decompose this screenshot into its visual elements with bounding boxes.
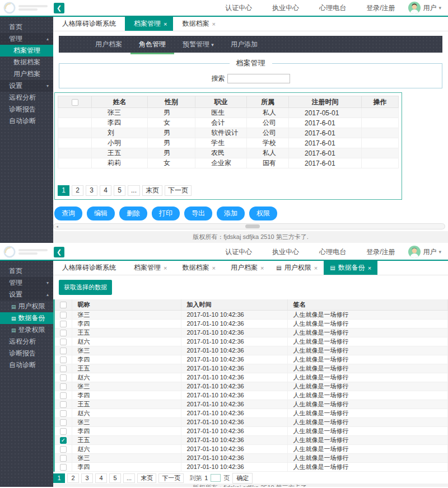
page-button[interactable]: 4 xyxy=(95,473,107,483)
tab[interactable]: 档案管理 × xyxy=(125,17,173,31)
tab[interactable]: 数据档案 × xyxy=(173,261,221,275)
sidebar-item[interactable]: 自动诊断 xyxy=(0,115,53,127)
nav-item-practice-center[interactable]: 执业中心 xyxy=(262,3,309,13)
table-row[interactable]: 王五 2017-01-10 10:42:36 人生就像是一场修行 xyxy=(55,364,448,373)
sidebar-item[interactable]: 档案管理 xyxy=(0,45,53,57)
table-row[interactable]: 张三 男 医生 私人 2017-05-01 xyxy=(58,108,399,118)
sidebar-item[interactable]: 诊断报告 xyxy=(0,104,53,115)
table-row[interactable]: 王五 2017-01-10 10:42:36 人生就像是一场修行 xyxy=(55,400,448,409)
row-checkbox[interactable] xyxy=(60,312,67,318)
action-button[interactable]: 打印 xyxy=(152,207,180,220)
nav-item-auth-center[interactable]: 认证中心 xyxy=(215,247,262,257)
close-icon[interactable]: × xyxy=(314,265,318,271)
table-row[interactable]: 刘 男 软件设计 公司 2017-6-01 xyxy=(58,128,399,138)
toolbar-item[interactable]: 预警管理 ▾ xyxy=(174,36,222,53)
table-row[interactable]: 张三 2017-01-10 10:42:36 人生就像是一场修行 xyxy=(55,382,448,391)
user-menu[interactable]: 用户 ▾ xyxy=(408,246,441,258)
nav-item-psych-radio[interactable]: 心理电台 xyxy=(309,247,356,257)
tab[interactable]: 人格障碍诊断系统 xyxy=(53,261,125,275)
sidebar-item[interactable]: ▤ 登录权限 xyxy=(0,324,53,336)
table-row[interactable]: 李四 2017-01-10 10:42:36 人生就像是一场修行 xyxy=(55,391,448,400)
nav-item-practice-center[interactable]: 执业中心 xyxy=(262,247,309,257)
page-button[interactable]: 末页 xyxy=(137,473,156,483)
close-icon[interactable]: × xyxy=(164,265,167,271)
tab[interactable]: ▤ 用户权限 × xyxy=(270,261,324,275)
row-checkbox[interactable] xyxy=(60,356,67,363)
row-checkbox[interactable] xyxy=(60,464,67,471)
close-icon[interactable]: × xyxy=(212,21,215,27)
sidebar-item[interactable]: 数据档案 xyxy=(0,57,53,68)
toolbar-item[interactable]: 用户添加 xyxy=(222,36,266,53)
nav-item-login-register[interactable]: 登录/注册 xyxy=(356,247,405,257)
table-row[interactable]: 李四 2017-01-10 10:42:36 人生就像是一场修行 xyxy=(55,462,448,471)
sidebar-item[interactable]: 设置 ▾ xyxy=(0,80,53,92)
horizontal-scrollbar[interactable]: ◂ xyxy=(53,223,445,229)
table-row[interactable]: 赵六 2017-01-10 10:42:36 人生就像是一场修行 xyxy=(55,373,448,382)
table-row[interactable]: 张三 2017-01-10 10:42:36 人生就像是一场修行 xyxy=(55,346,448,355)
table-row[interactable]: 张三 2017-01-10 10:42:36 人生就像是一场修行 xyxy=(55,453,448,462)
sidebar-item[interactable]: 诊断报告 xyxy=(0,348,53,359)
row-checkbox[interactable] xyxy=(60,392,67,399)
jump-confirm-button[interactable]: 确定 xyxy=(232,473,253,484)
row-checkbox[interactable] xyxy=(60,428,67,435)
row-checkbox[interactable] xyxy=(60,410,67,417)
user-menu[interactable]: 用户 ▾ xyxy=(408,2,441,14)
back-button[interactable]: ❮ xyxy=(54,3,64,13)
row-checkbox[interactable] xyxy=(60,365,67,372)
tab[interactable]: 数据档案 × xyxy=(173,17,221,31)
row-checkbox[interactable] xyxy=(60,330,67,336)
nav-item-login-register[interactable]: 登录/注册 xyxy=(356,3,405,13)
table-row[interactable]: 李四 女 会计 公司 2017-6-01 xyxy=(58,118,399,128)
scrollbar-thumb[interactable] xyxy=(245,224,260,228)
tab[interactable]: 档案管理 × xyxy=(125,261,173,275)
row-checkbox[interactable] xyxy=(60,437,67,444)
table-row[interactable]: 王五 2017-01-10 10:42:36 人生就像是一场修行 xyxy=(55,435,448,444)
page-button[interactable]: ... xyxy=(128,185,140,196)
table-row[interactable]: 李四 2017-01-10 10:42:36 人生就像是一场修行 xyxy=(55,355,448,364)
page-button[interactable]: 5 xyxy=(114,185,125,196)
sidebar-item[interactable]: ▤ 用户权限 xyxy=(0,301,53,312)
table-row[interactable]: 李四 2017-01-10 10:42:36 人生就像是一场修行 xyxy=(55,426,448,435)
toolbar-item[interactable]: 用户档案 xyxy=(87,36,130,53)
get-selected-data-button[interactable]: 获取选择的数据 xyxy=(59,280,112,295)
back-button[interactable]: ❮ xyxy=(54,247,64,257)
table-row[interactable]: 小明 男 学生 学校 2017-6-01 xyxy=(58,138,399,148)
page-button[interactable]: 4 xyxy=(100,185,111,196)
page-button[interactable]: 下一页 xyxy=(165,185,192,196)
page-button[interactable]: 2 xyxy=(67,473,79,483)
page-button[interactable]: 3 xyxy=(86,185,97,196)
action-button[interactable]: 删除 xyxy=(119,207,147,220)
table-row[interactable]: 王五 2017-01-10 10:42:36 人生就像是一场修行 xyxy=(55,328,448,337)
row-checkbox[interactable] xyxy=(60,419,67,426)
select-all-checkbox[interactable] xyxy=(72,99,78,106)
table-row[interactable]: 张三 2017-01-10 10:42:36 人生就像是一场修行 xyxy=(55,310,448,319)
page-button[interactable]: 2 xyxy=(72,185,83,196)
tab[interactable]: ▤ 数据备份 × xyxy=(324,261,377,275)
table-row[interactable]: 王五 男 农民 私人 2017-6-01 xyxy=(58,148,399,158)
tab[interactable]: 用户档案 × xyxy=(222,261,270,275)
table-row[interactable]: 赵六 2017-01-10 10:42:36 人生就像是一场修行 xyxy=(55,337,448,346)
tab[interactable]: 人格障碍诊断系统 xyxy=(53,17,125,31)
scroll-left-arrow-icon[interactable]: ◂ xyxy=(54,224,60,229)
table-row[interactable]: 赵六 2017-01-10 10:42:36 人生就像是一场修行 xyxy=(55,444,448,453)
sidebar-item[interactable]: 首页 xyxy=(0,21,53,33)
page-button[interactable]: 末页 xyxy=(142,185,162,196)
row-checkbox[interactable] xyxy=(60,348,67,354)
row-checkbox[interactable] xyxy=(60,374,67,381)
jump-page-input[interactable] xyxy=(211,474,221,482)
sidebar-item[interactable]: 设置 ▴ xyxy=(0,289,53,301)
page-button[interactable]: 3 xyxy=(81,473,93,483)
page-button[interactable]: 下一页 xyxy=(158,473,184,483)
toolbar-item[interactable]: 角色管理 xyxy=(130,36,174,53)
sidebar-item[interactable]: 远程分析 xyxy=(0,336,53,348)
table-row[interactable]: 莉莉 女 企业家 国有 2017-6-01 xyxy=(58,158,399,168)
table-row[interactable]: 张三 2017-01-10 10:42:36 人生就像是一场修行 xyxy=(55,417,448,426)
row-checkbox[interactable] xyxy=(60,339,67,345)
action-button[interactable]: 导出 xyxy=(184,207,212,220)
sidebar-item[interactable]: 首页 xyxy=(0,265,53,277)
row-checkbox[interactable] xyxy=(60,383,67,390)
page-button[interactable]: 1 xyxy=(58,185,69,196)
action-button[interactable]: 权限 xyxy=(249,207,277,220)
close-icon[interactable]: × xyxy=(212,265,215,271)
search-input[interactable] xyxy=(227,74,290,83)
